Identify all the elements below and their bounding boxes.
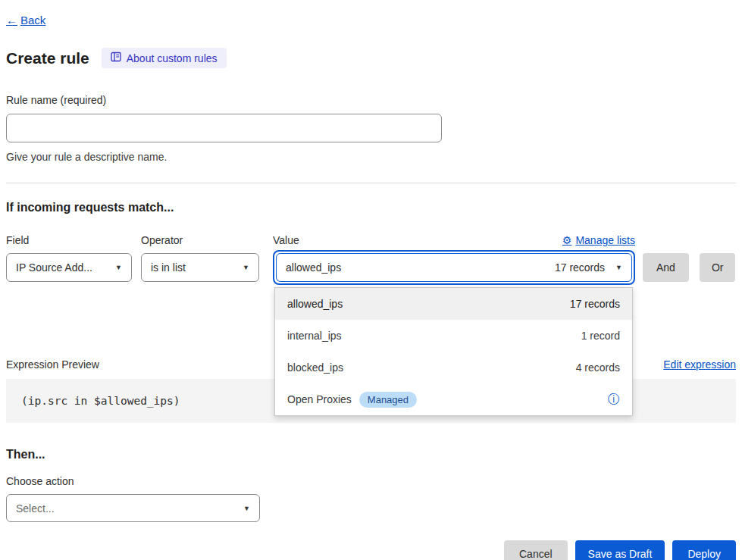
operator-select[interactable]: is in list ▼ xyxy=(141,253,259,282)
chevron-down-icon: ▼ xyxy=(243,264,249,271)
list-item-records: 4 records xyxy=(576,361,620,374)
list-item-records: 1 record xyxy=(581,330,620,342)
section-divider xyxy=(6,183,736,183)
match-section-heading: If incoming requests match... xyxy=(6,201,736,214)
list-item-name: blocked_ips xyxy=(287,361,343,374)
chevron-down-icon: ▼ xyxy=(243,505,250,512)
back-link-label: Back xyxy=(20,14,45,27)
value-select-records: 17 records xyxy=(555,261,605,274)
save-as-draft-button[interactable]: Save as Draft xyxy=(575,540,665,560)
field-select[interactable]: IP Source Add... ▼ xyxy=(6,253,132,282)
operator-label: Operator xyxy=(141,234,273,246)
action-select-placeholder: Select... xyxy=(16,502,55,515)
chevron-down-icon: ▼ xyxy=(115,264,122,271)
rule-name-input[interactable] xyxy=(6,114,442,142)
value-select-value: allowed_ips xyxy=(286,261,341,274)
back-arrow-icon: ← xyxy=(6,14,17,27)
list-item[interactable]: internal_ips 1 record xyxy=(275,320,632,352)
expression-preview-label: Expression Preview xyxy=(6,358,99,371)
match-controls-row: IP Source Add... ▼ is in list ▼ allowed_… xyxy=(6,253,736,285)
footer-actions: Cancel Save as Draft Deploy xyxy=(6,540,736,560)
then-section-heading: Then... xyxy=(6,448,736,461)
rule-name-helper: Give your rule a descriptive name. xyxy=(6,151,736,163)
manage-lists-label: Manage lists xyxy=(575,234,635,246)
cancel-button[interactable]: Cancel xyxy=(504,540,568,560)
value-select-focus-ring: allowed_ips 17 records ▼ allowed_ips 17 … xyxy=(273,250,635,285)
book-icon xyxy=(111,52,121,64)
title-row: Create rule About custom rules xyxy=(6,48,736,68)
deploy-button[interactable]: Deploy xyxy=(672,540,736,560)
edit-expression-link[interactable]: Edit expression xyxy=(663,358,736,371)
list-item[interactable]: Open Proxies Managed ⓘ xyxy=(275,383,632,415)
match-labels-row: Field Operator Value ⚙Manage lists xyxy=(6,234,736,246)
field-label: Field xyxy=(6,234,141,246)
list-item-records: 17 records xyxy=(570,298,620,310)
value-label: Value xyxy=(273,234,299,246)
info-icon[interactable]: ⓘ xyxy=(608,392,620,408)
operator-select-value: is in list xyxy=(151,261,186,274)
list-item-name: Open Proxies xyxy=(287,393,352,405)
create-rule-page: ←Back Create rule About custom rules Rul… xyxy=(0,0,742,560)
about-badge-label: About custom rules xyxy=(127,52,218,64)
expression-code: (ip.src in $allowed_ips) xyxy=(21,395,180,407)
field-select-value: IP Source Add... xyxy=(16,261,92,274)
value-dropdown-menu: allowed_ips 17 records internal_ips 1 re… xyxy=(274,287,633,416)
chevron-down-icon: ▼ xyxy=(615,264,622,271)
managed-badge: Managed xyxy=(359,392,417,408)
list-item[interactable]: blocked_ips 4 records xyxy=(275,352,632,383)
list-item-name: internal_ips xyxy=(287,330,342,342)
back-link[interactable]: ←Back xyxy=(6,14,45,27)
choose-action-label: Choose action xyxy=(6,475,736,487)
gear-icon: ⚙ xyxy=(562,234,572,246)
action-select[interactable]: Select... ▼ xyxy=(6,494,260,522)
list-item-name: allowed_ips xyxy=(287,298,343,310)
manage-lists-link[interactable]: ⚙Manage lists xyxy=(562,234,635,246)
or-button[interactable]: Or xyxy=(700,253,736,282)
list-item[interactable]: allowed_ips 17 records xyxy=(275,288,632,320)
value-select[interactable]: allowed_ips 17 records ▼ xyxy=(276,253,632,282)
rule-name-label: Rule name (required) xyxy=(6,94,736,106)
about-custom-rules-link[interactable]: About custom rules xyxy=(102,48,227,68)
and-button[interactable]: And xyxy=(643,253,689,282)
page-title: Create rule xyxy=(6,49,89,67)
